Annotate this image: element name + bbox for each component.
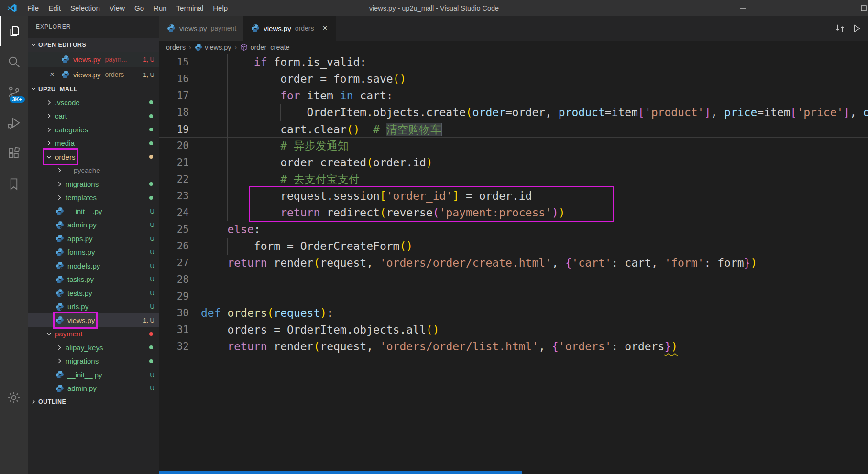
chevron-right-icon bbox=[45, 112, 53, 120]
activity-extensions-icon[interactable] bbox=[0, 138, 28, 169]
code-line-27[interactable]: 27 return render(request, 'orders/order/… bbox=[159, 255, 868, 271]
code-line-28[interactable]: 28 bbox=[159, 271, 868, 288]
compare-changes-icon[interactable] bbox=[832, 20, 848, 36]
indent-guide bbox=[227, 238, 228, 255]
tree-item-admin.py[interactable]: admin.pyU bbox=[28, 382, 159, 396]
chevron-right-icon bbox=[55, 194, 64, 202]
git-status-dot bbox=[149, 345, 153, 349]
activity-source-control-icon[interactable]: 3K+ bbox=[0, 77, 28, 108]
menu-file[interactable]: File bbox=[22, 0, 44, 16]
code-line-16[interactable]: 16 order = form.save() bbox=[159, 71, 868, 87]
tree-item-orders[interactable]: orders bbox=[28, 150, 159, 164]
code-line-19[interactable]: 19 cart.clear() # 清空购物车 bbox=[159, 121, 868, 138]
line-number: 29 bbox=[159, 288, 189, 305]
code-line-20[interactable]: 20 # 异步发通知 bbox=[159, 138, 868, 154]
tree-item-.vscode[interactable]: .vscode bbox=[28, 96, 159, 109]
activity-search-icon[interactable] bbox=[0, 46, 28, 77]
tree-item-urls.py[interactable]: urls.pyU bbox=[28, 300, 159, 314]
tab-views.py-payment[interactable]: views.pypayment bbox=[159, 16, 243, 41]
tree-item-__init__.py[interactable]: __init__.pyU bbox=[28, 205, 159, 218]
editor-group: views.pypaymentviews.pyorders× orders›vi… bbox=[159, 16, 868, 474]
source-control-badge: 3K+ bbox=[10, 96, 25, 103]
window-controls bbox=[732, 0, 868, 16]
indent-guide bbox=[254, 121, 254, 138]
tree-item-models.py[interactable]: models.pyU bbox=[28, 259, 159, 273]
tree-item-tasks.py[interactable]: tasks.pyU bbox=[28, 273, 159, 287]
menu-selection[interactable]: Selection bbox=[66, 0, 105, 16]
code-line-29[interactable]: 29 bbox=[159, 288, 868, 305]
tree-item-alipay_keys[interactable]: alipay_keys bbox=[28, 341, 159, 355]
menu-go[interactable]: Go bbox=[130, 0, 149, 16]
chevron-right-icon bbox=[45, 126, 53, 134]
search-icon bbox=[7, 54, 21, 69]
chevron-right-icon bbox=[30, 398, 37, 406]
tab-views.py-orders[interactable]: views.pyorders× bbox=[243, 16, 336, 41]
git-status-badge: U bbox=[150, 276, 154, 283]
chevron-down-icon bbox=[45, 330, 53, 338]
python-icon bbox=[55, 261, 64, 270]
code-line-32[interactable]: 32 return render(request, 'orders/order/… bbox=[159, 338, 868, 355]
code-line-30[interactable]: 30def orders(request): bbox=[159, 305, 868, 322]
tree-item-__pycache__[interactable]: __pycache__ bbox=[28, 164, 159, 178]
tree-item-templates[interactable]: templates bbox=[28, 191, 159, 205]
code-line-22[interactable]: 22 # 去支付宝支付 bbox=[159, 171, 868, 188]
git-status-dot bbox=[149, 182, 153, 186]
open-editor-views.py-orders[interactable]: ×views.pyorders1, U bbox=[28, 67, 159, 82]
code-line-31[interactable]: 31 orders = OrderItem.objects.all() bbox=[159, 322, 868, 338]
tree-item-admin.py[interactable]: admin.pyU bbox=[28, 218, 159, 232]
line-number: 17 bbox=[159, 87, 189, 104]
line-number: 28 bbox=[159, 271, 189, 288]
activity-settings-gear-icon[interactable] bbox=[0, 382, 28, 413]
code-line-18[interactable]: 18 OrderItem.objects.create(order=order,… bbox=[159, 104, 868, 121]
menu-help[interactable]: Help bbox=[208, 0, 232, 16]
menu-terminal[interactable]: Terminal bbox=[172, 0, 209, 16]
code-line-25[interactable]: 25 else: bbox=[159, 221, 868, 238]
code-line-21[interactable]: 21 order_created(order.id) bbox=[159, 154, 868, 171]
tree-item-categories[interactable]: categories bbox=[28, 123, 159, 137]
tree-item-migrations[interactable]: migrations bbox=[28, 177, 159, 191]
code-line-24[interactable]: 24 return redirect(reverse('payment:proc… bbox=[159, 205, 868, 221]
close-icon[interactable]: × bbox=[48, 70, 56, 79]
menu-edit[interactable]: Edit bbox=[44, 0, 66, 16]
minimize-button[interactable] bbox=[732, 0, 754, 16]
tree-item-__init__.py[interactable]: __init__.pyU bbox=[28, 368, 159, 382]
run-icon[interactable] bbox=[848, 20, 864, 36]
git-status-dot bbox=[149, 155, 153, 159]
indent-guide bbox=[254, 104, 254, 121]
line-number: 16 bbox=[159, 71, 189, 87]
code-line-17[interactable]: 17 for item in cart: bbox=[159, 87, 868, 104]
open-editors-header[interactable]: OPEN EDITORS bbox=[28, 38, 159, 52]
tree-item-apps.py[interactable]: apps.pyU bbox=[28, 232, 159, 246]
activity-run-debug-icon[interactable] bbox=[0, 108, 28, 138]
menu-run[interactable]: Run bbox=[149, 0, 172, 16]
git-status-dot bbox=[149, 114, 153, 118]
indent-guide bbox=[227, 205, 228, 221]
git-status-badge: U bbox=[150, 290, 154, 297]
tree-item-media[interactable]: media bbox=[28, 137, 159, 151]
restore-button[interactable] bbox=[857, 0, 868, 16]
code-line-15[interactable]: 15 if form.is_valid: bbox=[159, 54, 868, 71]
outline-header[interactable]: OUTLINE bbox=[28, 395, 159, 409]
breadcrumb-item-orders[interactable]: orders bbox=[166, 43, 186, 51]
tree-item-views.py[interactable]: views.py1, U bbox=[28, 313, 159, 327]
code-line-23[interactable]: 23 request.session['order_id'] = order.i… bbox=[159, 188, 868, 205]
activity-bookmarks-icon[interactable] bbox=[0, 169, 28, 199]
indent-guide bbox=[227, 138, 228, 154]
project-root-header[interactable]: UP2U_MALL bbox=[28, 82, 159, 96]
tree-item-forms.py[interactable]: forms.pyU bbox=[28, 246, 159, 259]
breadcrumb-item-viewspy[interactable]: views.py bbox=[195, 43, 231, 51]
tree-item-cart[interactable]: cart bbox=[28, 109, 159, 123]
activity-files-icon[interactable] bbox=[0, 16, 28, 46]
breadcrumb-item-order_create[interactable]: order_create bbox=[240, 43, 289, 51]
line-number: 22 bbox=[159, 171, 189, 188]
menu-view[interactable]: View bbox=[105, 0, 130, 16]
tree-item-tests.py[interactable]: tests.pyU bbox=[28, 286, 159, 300]
close-icon[interactable]: × bbox=[320, 23, 329, 33]
tree-item-payment[interactable]: payment bbox=[28, 327, 159, 341]
code-editor[interactable]: 15 if form.is_valid:16 order = form.save… bbox=[159, 54, 868, 355]
window-title: views.py - up2u_mall - Visual Studio Cod… bbox=[369, 4, 499, 12]
code-line-26[interactable]: 26 form = OrderCreateForm() bbox=[159, 238, 868, 255]
indent-guide bbox=[254, 138, 254, 154]
tree-item-migrations[interactable]: migrations bbox=[28, 355, 159, 368]
open-editor-views.py-paym[interactable]: views.pypaym...1, U bbox=[28, 52, 159, 67]
